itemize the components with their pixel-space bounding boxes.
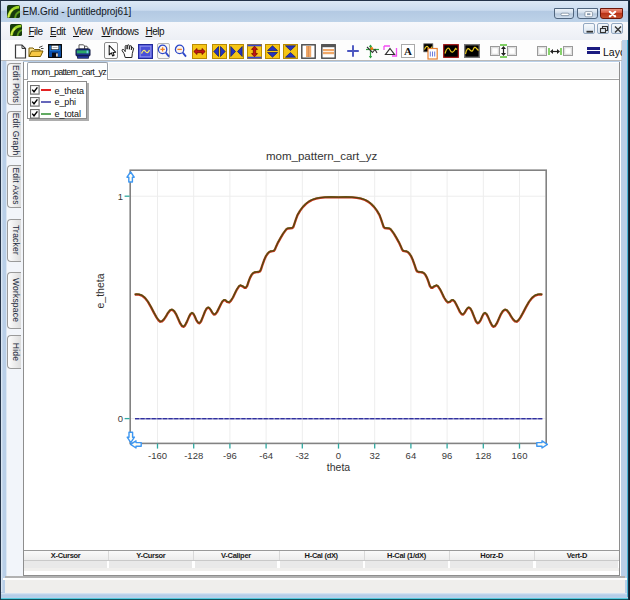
svg-text:-96: -96 <box>223 450 237 461</box>
svg-text:-64: -64 <box>259 450 273 461</box>
svg-text:0: 0 <box>118 413 123 424</box>
svg-text:64: 64 <box>406 450 417 461</box>
svg-text:32: 32 <box>369 450 380 461</box>
svg-text:-128: -128 <box>184 450 203 461</box>
svg-text:-32: -32 <box>295 450 309 461</box>
svg-text:-160: -160 <box>148 450 167 461</box>
svg-text:0: 0 <box>336 450 341 461</box>
svg-text:160: 160 <box>512 450 528 461</box>
svg-text:96: 96 <box>442 450 453 461</box>
svg-text:1: 1 <box>118 191 123 202</box>
svg-text:e_theta: e_theta <box>94 273 106 308</box>
svg-text:128: 128 <box>475 450 491 461</box>
svg-text:theta: theta <box>327 461 351 473</box>
